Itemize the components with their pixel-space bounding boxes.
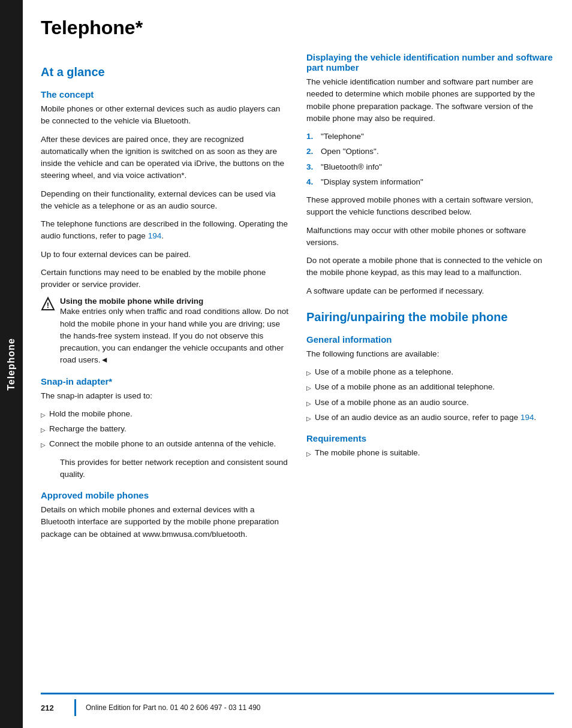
list-item: ▷ Recharge the battery. <box>41 423 288 435</box>
concept-para-4: The telephone functions are described in… <box>41 218 288 243</box>
page-link-194[interactable]: 194 <box>148 231 162 240</box>
approved-phones-heading: Approved mobile phones <box>41 490 288 500</box>
list-item: ▷ Hold the mobile phone. <box>41 408 288 420</box>
bullet-arrow: ▷ <box>41 440 46 449</box>
page-link-194-2[interactable]: 194 <box>520 413 534 422</box>
warning-body: Make entries only when traffic and road … <box>60 306 288 366</box>
list-item: ▷ Use of a mobile phone as an additional… <box>306 381 554 393</box>
list-item: 2. Open "Options". <box>306 146 554 158</box>
vehicle-id-para-1: These approved mobile phones with a cert… <box>306 194 554 219</box>
list-item: ▷ Use of a mobile phone as an audio sour… <box>306 397 554 409</box>
pairing-heading: Pairing/unpairing the mobile phone <box>306 309 554 325</box>
left-column: At a glance The concept Mobile phones or… <box>41 52 288 681</box>
footer-divider <box>74 699 76 716</box>
general-info-list: ▷ Use of a mobile phone as a telephone. … <box>306 366 554 424</box>
main-content: Telephone* At a glance The concept Mobil… <box>23 0 572 728</box>
concept-para-1: Mobile phones or other external devices … <box>41 103 288 128</box>
snap-in-list: ▷ Hold the mobile phone. ▷ Recharge the … <box>41 408 288 451</box>
snap-in-heading: Snap-in adapter* <box>41 376 288 386</box>
step-num: 2. <box>306 146 316 158</box>
footer-text: Online Edition for Part no. 01 40 2 606 … <box>86 703 261 712</box>
bullet-arrow: ▷ <box>306 368 311 377</box>
list-item: ▷ Use of a mobile phone as a telephone. <box>306 366 554 378</box>
warning-content: Using the mobile phone while driving Mak… <box>60 297 288 366</box>
vehicle-id-text: The vehicle identification number and so… <box>306 76 554 125</box>
list-item: ▷ Connect the mobile phone to an outside… <box>41 438 288 450</box>
list-item: 1. "Telephone" <box>306 131 554 143</box>
pairing-bullet-2: Use of a mobile phone as an additional t… <box>315 381 495 393</box>
step-num: 3. <box>306 161 316 173</box>
bullet-arrow: ▷ <box>306 414 311 423</box>
requirements-bullet-1: The mobile phone is suitable. <box>315 447 420 459</box>
list-item: 3. "Bluetooth® info" <box>306 161 554 173</box>
general-info-intro: The following functions are available: <box>306 348 554 360</box>
requirements-heading: Requirements <box>306 433 554 443</box>
at-a-glance-heading: At a glance <box>41 64 288 80</box>
approved-phones-text: Details on which mobile phones and exter… <box>41 504 288 540</box>
step-4: "Display system information" <box>321 176 423 188</box>
footer: 212 Online Edition for Part no. 01 40 2 … <box>41 693 554 716</box>
concept-para-2: After these devices are paired once, the… <box>41 134 288 182</box>
list-item: ▷ Use of an audio device as an audio sou… <box>306 412 554 424</box>
vehicle-id-para-3: Do not operate a mobile phone that is co… <box>306 255 554 279</box>
pairing-bullet-3: Use of a mobile phone as an audio source… <box>315 397 469 409</box>
bullet-arrow: ▷ <box>306 399 311 408</box>
bullet-arrow: ▷ <box>306 449 311 458</box>
vehicle-id-para-4: A software update can be performed if ne… <box>306 285 554 297</box>
sidebar: Telephone <box>0 0 23 728</box>
list-item: ▷ The mobile phone is suitable. <box>306 447 554 459</box>
step-2: Open "Options". <box>321 146 379 158</box>
pairing-bullet-4: Use of an audio device as an audio sourc… <box>315 412 536 424</box>
list-item: 4. "Display system information" <box>306 176 554 188</box>
concept-heading: The concept <box>41 89 288 99</box>
requirements-list: ▷ The mobile phone is suitable. <box>306 447 554 459</box>
concept-para-6: Certain functions may need to be enabled… <box>41 267 288 291</box>
snap-in-intro: The snap-in adapter is used to: <box>41 390 288 402</box>
pairing-bullet-1: Use of a mobile phone as a telephone. <box>315 366 453 378</box>
snap-in-bullet-1: Hold the mobile phone. <box>49 408 133 420</box>
snap-in-bullet-3: Connect the mobile phone to an outside a… <box>49 438 276 450</box>
general-info-heading: General information <box>306 334 554 345</box>
page-title: Telephone* <box>41 17 554 39</box>
concept-para-5: Up to four external devices can be paire… <box>41 249 288 261</box>
vehicle-id-steps: 1. "Telephone" 2. Open "Options". 3. "Bl… <box>306 131 554 188</box>
step-1: "Telephone" <box>321 131 364 143</box>
warning-icon: ! <box>41 297 55 311</box>
concept-para-3: Depending on their functionality, extern… <box>41 188 288 213</box>
vehicle-id-heading: Displaying the vehicle identification nu… <box>306 52 554 73</box>
step-3: "Bluetooth® info" <box>321 161 382 173</box>
vehicle-id-para-2: Malfunctions may occur with other mobile… <box>306 225 554 249</box>
right-column: Displaying the vehicle identification nu… <box>306 52 554 681</box>
bullet-arrow: ▷ <box>41 410 46 419</box>
warning-box: ! Using the mobile phone while driving M… <box>41 297 288 366</box>
snap-in-bullet-2: Recharge the battery. <box>49 423 127 435</box>
step-num: 1. <box>306 131 316 143</box>
step-num: 4. <box>306 176 316 188</box>
page-wrapper: Telephone Telephone* At a glance The con… <box>0 0 572 728</box>
bullet-arrow: ▷ <box>306 383 311 392</box>
snap-in-subtext: This provides for better network recepti… <box>60 457 288 481</box>
sidebar-label: Telephone <box>6 338 17 391</box>
bullet-arrow: ▷ <box>41 425 46 434</box>
columns: At a glance The concept Mobile phones or… <box>41 52 554 681</box>
warning-title: Using the mobile phone while driving <box>60 297 288 306</box>
svg-text:!: ! <box>47 301 49 310</box>
footer-page-number: 212 <box>41 703 65 712</box>
